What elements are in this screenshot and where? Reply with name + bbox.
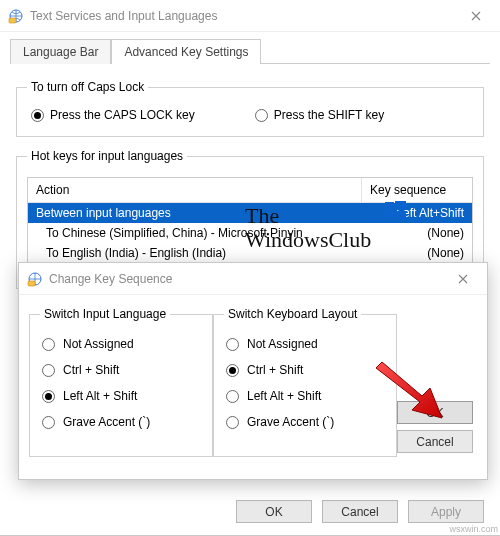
- radio-input-language[interactable]: Ctrl + Shift: [40, 357, 202, 383]
- radio-press-capslock[interactable]: Press the CAPS LOCK key: [31, 108, 195, 122]
- radio-dot-icon: [42, 390, 55, 403]
- list-item[interactable]: To English (India) - English (India)(Non…: [28, 243, 472, 263]
- radio-press-shift[interactable]: Press the SHIFT key: [255, 108, 384, 122]
- dialog-title: Text Services and Input Languages: [30, 9, 217, 23]
- svg-rect-1: [9, 18, 16, 23]
- list-item[interactable]: Between input languagesLeft Alt+Shift: [28, 203, 472, 223]
- group-legend: Switch Keyboard Layout: [224, 307, 361, 321]
- capslock-group: To turn off Caps Lock Press the CAPS LOC…: [16, 80, 484, 137]
- column-key-sequence[interactable]: Key sequence: [362, 178, 472, 203]
- radio-input-language[interactable]: Left Alt + Shift: [40, 383, 202, 409]
- list-header: Action Key sequence: [28, 178, 472, 203]
- radio-label: Grave Accent (`): [247, 415, 334, 429]
- column-action[interactable]: Action: [28, 178, 362, 203]
- radio-label: Left Alt + Shift: [63, 389, 137, 403]
- close-button[interactable]: [458, 0, 494, 31]
- cell-key-sequence: (None): [362, 243, 472, 263]
- radio-dot-icon: [42, 338, 55, 351]
- switch-input-language-group: Switch Input Language Not AssignedCtrl +…: [29, 307, 213, 457]
- radio-label: Press the CAPS LOCK key: [50, 108, 195, 122]
- tab-strip: Language Bar Advanced Key Settings: [0, 32, 500, 63]
- radio-dot-icon: [255, 109, 268, 122]
- radio-dot-icon: [226, 390, 239, 403]
- capslock-legend: To turn off Caps Lock: [27, 80, 148, 94]
- radio-dot-icon: [31, 109, 44, 122]
- cell-action: To Chinese (Simplified, China) - Microso…: [28, 223, 362, 243]
- cell-action: To English (India) - English (India): [28, 243, 362, 263]
- cell-action: Between input languages: [28, 203, 362, 223]
- radio-label: Left Alt + Shift: [247, 389, 321, 403]
- ok-button[interactable]: OK: [397, 401, 473, 424]
- change-key-sequence-dialog: Change Key Sequence Switch Input Languag…: [18, 262, 488, 480]
- radio-label: Ctrl + Shift: [63, 363, 119, 377]
- hotkeys-legend: Hot keys for input languages: [27, 149, 187, 163]
- radio-label: Not Assigned: [247, 337, 318, 351]
- list-item[interactable]: To Chinese (Simplified, China) - Microso…: [28, 223, 472, 243]
- titlebar[interactable]: Text Services and Input Languages: [0, 0, 500, 32]
- radio-label: Not Assigned: [63, 337, 134, 351]
- radio-label: Ctrl + Shift: [247, 363, 303, 377]
- close-icon: [458, 274, 468, 284]
- radio-dot-icon: [42, 416, 55, 429]
- cancel-button[interactable]: Cancel: [397, 430, 473, 453]
- radio-input-language[interactable]: Grave Accent (`): [40, 409, 202, 435]
- radio-label: Grave Accent (`): [63, 415, 150, 429]
- radio-dot-icon: [226, 416, 239, 429]
- radio-dot-icon: [42, 364, 55, 377]
- ok-button[interactable]: OK: [236, 500, 312, 523]
- radio-dot-icon: [226, 338, 239, 351]
- cell-key-sequence: Left Alt+Shift: [362, 203, 472, 223]
- app-icon: [8, 8, 24, 24]
- cancel-button[interactable]: Cancel: [322, 500, 398, 523]
- tab-language-bar[interactable]: Language Bar: [10, 39, 111, 64]
- app-icon: [27, 271, 43, 287]
- group-legend: Switch Input Language: [40, 307, 170, 321]
- titlebar[interactable]: Change Key Sequence: [19, 263, 487, 295]
- radio-input-language[interactable]: Not Assigned: [40, 331, 202, 357]
- apply-button[interactable]: Apply: [408, 500, 484, 523]
- svg-rect-3: [28, 281, 35, 286]
- radio-keyboard-layout[interactable]: Left Alt + Shift: [224, 383, 386, 409]
- radio-label: Press the SHIFT key: [274, 108, 384, 122]
- source-watermark: wsxwin.com: [449, 524, 498, 534]
- dialog-title: Change Key Sequence: [49, 272, 172, 286]
- close-button[interactable]: [445, 263, 481, 294]
- cell-key-sequence: (None): [362, 223, 472, 243]
- radio-keyboard-layout[interactable]: Ctrl + Shift: [224, 357, 386, 383]
- radio-dot-icon: [226, 364, 239, 377]
- switch-keyboard-layout-group: Switch Keyboard Layout Not AssignedCtrl …: [213, 307, 397, 457]
- tab-advanced-key-settings[interactable]: Advanced Key Settings: [111, 39, 261, 64]
- close-icon: [471, 11, 481, 21]
- radio-keyboard-layout[interactable]: Not Assigned: [224, 331, 386, 357]
- radio-keyboard-layout[interactable]: Grave Accent (`): [224, 409, 386, 435]
